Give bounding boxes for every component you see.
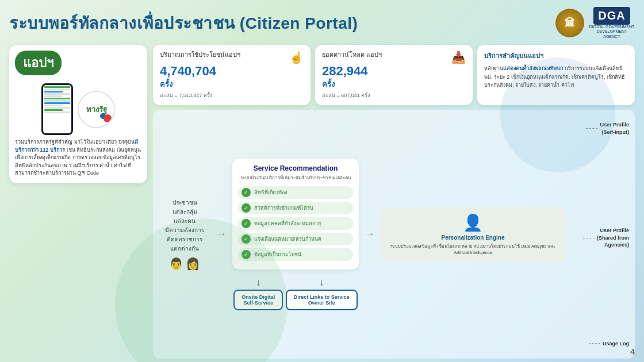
- check-item-4: ✓ แจ้งเตือนนัดหมาย/ครบกำหนด: [238, 233, 353, 245]
- content-grid: แอปฯ: [9, 45, 635, 359]
- label-text-2: User Profile(Shared fromAgencies): [597, 227, 629, 249]
- dashed-line-1: [586, 128, 597, 129]
- dashed-line-2: [583, 238, 595, 238]
- dga-logo: DGA: [593, 7, 630, 25]
- usage-stat-title: ปริมาณการใช้ประโยชน์แอปฯ: [160, 51, 240, 59]
- service-rec-box: Service Recommendation ระบบนำเสนอบริการท…: [232, 159, 359, 269]
- page-title: ระบบพอร์ทัลกลางเพื่อประชาชน (Citizen Por…: [9, 10, 358, 36]
- dashed-line-3: [589, 343, 600, 344]
- down-arrow-2: ↓: [319, 278, 324, 288]
- check-icon-3: ✓: [241, 219, 251, 228]
- persona-desc: ระบบประมวลผลข้อมูลที่ เชื่อมโยงจากหลาย ห…: [386, 243, 559, 256]
- label-item-2: User Profile(Shared fromAgencies): [569, 227, 629, 249]
- download-icon: 📥: [451, 51, 466, 64]
- citizens-text: ประชาชนแต่ละกลุ่มแต่ละคนมีความต้องการติด…: [165, 198, 204, 253]
- touch-icon: ☝️: [289, 51, 304, 64]
- output-btn-2: Direct Links to ServiceOwner Site: [286, 290, 358, 310]
- app-badge: แอปฯ: [15, 51, 62, 75]
- citizens-block: ประชาชนแต่ละกลุ่มแต่ละคนมีความต้องการติด…: [159, 198, 210, 271]
- check-item-2: ✓ สวัสดิการที่เข้าเกณฑ์ได้รับ: [238, 202, 353, 214]
- service-card-desc: หลักฐานแสดงตนค้ำลังพลกองทัพบก บริการระบบ…: [484, 64, 628, 89]
- usage-stat-number: 4,740,704: [160, 64, 304, 78]
- label-item-3: Usage Log: [569, 340, 629, 348]
- download-stat-unit: ครั้ง: [322, 80, 335, 88]
- service-rec-subtitle: ระบบนำเสนอบริการที่เหมาะสมสำหรับประชาชนแ…: [238, 174, 353, 182]
- app-description: รวมบริการภาครัฐที่สำคัญ มาไว้ในแอปฯ เดีย…: [15, 138, 141, 178]
- app-card: แอปฯ: [9, 45, 147, 183]
- logo-area: 🏛 DGA DIGITAL GOVERNMENT DEVELOPMENT AGE…: [555, 7, 635, 39]
- phone-mockup: [41, 83, 73, 135]
- dga-logo-wrap: DGA DIGITAL GOVERNMENT DEVELOPMENT AGENC…: [589, 7, 635, 39]
- personalization-box: 👤 Personalization Engine ระบบประมวลผลข้อ…: [381, 207, 565, 262]
- phone-screen: [43, 85, 71, 133]
- citizen-icon-2: 👩: [186, 257, 200, 271]
- right-column: ปริมาณการใช้ประโยชน์แอปฯ ☝️ 4,740,704 คร…: [153, 45, 635, 359]
- check-icon-2: ✓: [241, 203, 251, 213]
- check-icon-4: ✓: [241, 234, 251, 244]
- label-text-3: Usage Log: [603, 340, 629, 348]
- download-stat-number: 282,944: [322, 64, 466, 78]
- service-card: บริการสำคัญบนแอปฯ หลักฐานแสดงตนค้ำลังพลก…: [477, 45, 635, 105]
- arrow-icon-2: →: [362, 228, 377, 240]
- citizens-icons: 👨 👩: [169, 257, 200, 271]
- diagram-inner: ประชาชนแต่ละกลุ่มแต่ละคนมีความต้องการติด…: [159, 115, 629, 353]
- tang-rat-logo: ทางรัฐ: [78, 91, 115, 128]
- down-arrow-1: ↓: [256, 278, 260, 288]
- output-boxes: ↓ Onsite DigitalSelf-Service ↓ Direct Li…: [232, 278, 359, 310]
- check-icon-1: ✓: [241, 188, 251, 197]
- check-icon-5: ✓: [241, 250, 251, 259]
- check-text-3: ขอมูลบุคคลที่กำลังจะหมดอายุ: [254, 219, 321, 228]
- left-column: แอปฯ: [9, 45, 147, 359]
- label-text-1: User Profile(Seif-Input): [600, 121, 629, 136]
- app-logo-area: ทางรัฐ: [41, 83, 115, 135]
- right-sidebar-labels: User Profile(Seif-Input) User Profile(Sh…: [569, 115, 629, 353]
- tang-rat-circle: ทางรัฐ: [78, 91, 115, 128]
- emblem-icon: 🏛: [555, 9, 584, 37]
- download-stat-card: ยอดดาวน์โหลด แอปฯ 📥 282,944 ครั้ง สะสม =…: [315, 45, 473, 105]
- stats-row: ปริมาณการใช้ประโยชน์แอปฯ ☝️ 4,740,704 คร…: [153, 45, 635, 105]
- usage-stat-card: ปริมาณการใช้ประโยชน์แอปฯ ☝️ 4,740,704 คร…: [153, 45, 310, 105]
- citizen-icon-1: 👨: [169, 257, 183, 271]
- persona-title: Personalization Engine: [441, 234, 504, 241]
- page: ระบบพอร์ทัลกลางเพื่อประชาชน (Citizen Por…: [0, 0, 644, 362]
- check-text-2: สวัสดิการที่เข้าเกณฑ์ได้รับ: [254, 204, 313, 212]
- service-card-title: บริการสำคัญบนแอปฯ: [484, 51, 628, 61]
- check-text-5: ข้อมูลที่เป็นประโยชน์: [254, 251, 301, 259]
- check-item-5: ✓ ข้อมูลที่เป็นประโยชน์: [238, 248, 353, 261]
- output-item-2: ↓ Direct Links to ServiceOwner Site: [286, 278, 358, 310]
- label-item-1: User Profile(Seif-Input): [569, 121, 629, 136]
- check-item-1: ✓ สิทธิที่เกี่ยวข้อง: [238, 186, 353, 199]
- usage-stat-sub: สะสม = 7,513,847 ครั้ง: [160, 91, 304, 99]
- arrow-icon: →: [214, 228, 229, 240]
- download-stat-sub: สะสม = 607,041 ครั้ง: [322, 91, 466, 99]
- diagram-area: ประชาชนแต่ละกลุ่มแต่ละคนมีความต้องการติด…: [153, 110, 635, 359]
- check-text-1: สิทธิที่เกี่ยวข้อง: [254, 188, 287, 197]
- page-number: 4: [630, 347, 635, 356]
- check-text-4: แจ้งเตือนนัดหมาย/ครบกำหนด: [254, 235, 321, 243]
- persona-icon: 👤: [463, 213, 483, 232]
- dga-subtitle: DIGITAL GOVERNMENT DEVELOPMENT AGENCY: [589, 25, 635, 39]
- check-item-3: ✓ ขอมูลบุคคลที่กำลังจะหมดอายุ: [238, 217, 353, 230]
- output-item-1: ↓ Onsite DigitalSelf-Service: [233, 278, 283, 310]
- download-stat-title: ยอดดาวน์โหลด แอปฯ: [322, 51, 382, 59]
- service-rec-title: Service Recommendation: [238, 164, 353, 172]
- header: ระบบพอร์ทัลกลางเพื่อประชาชน (Citizen Por…: [9, 7, 635, 39]
- check-items: ✓ สิทธิที่เกี่ยวข้อง ✓ สวัสดิการที่เข้าเ…: [238, 186, 353, 261]
- usage-stat-unit: ครั้ง: [160, 80, 172, 88]
- output-btn-1: Onsite DigitalSelf-Service: [233, 290, 283, 310]
